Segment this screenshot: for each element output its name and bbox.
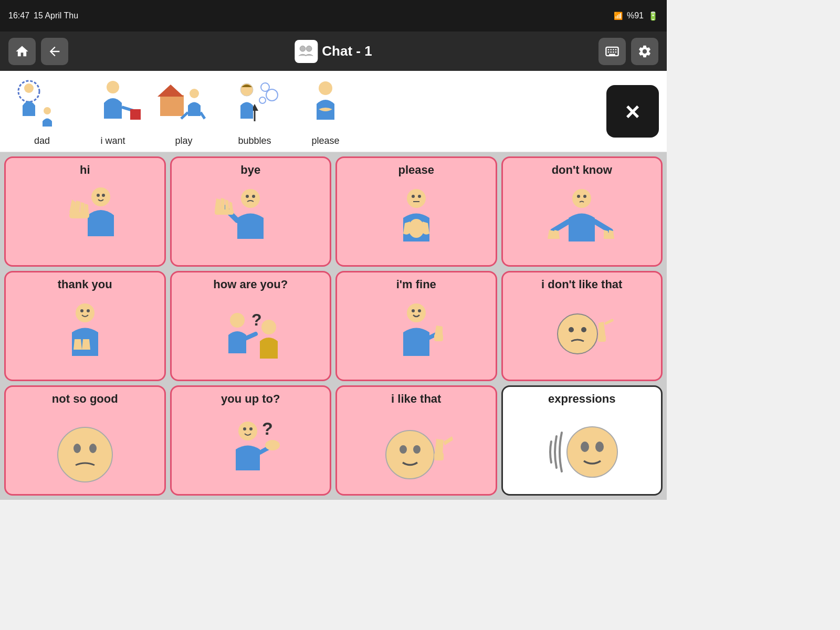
svg-line-45 [553,222,569,231]
grid-cell-dontknow[interactable]: don't know [501,156,663,267]
svg-rect-4 [611,49,612,50]
svg-point-13 [24,83,34,93]
strip-label-please: please [311,135,339,146]
svg-line-65 [606,320,612,323]
svg-point-68 [89,444,97,453]
strip-item-iwant[interactable]: i want [79,77,147,146]
svg-point-39 [407,189,426,208]
grid-cell-imfine[interactable]: i'm fine [335,271,497,381]
svg-point-38 [252,195,255,198]
cell-image-notsogood [10,409,160,490]
grid-cell-youupto[interactable]: you up to? ? [170,385,332,496]
cell-image-hi [10,180,160,261]
svg-rect-3 [608,49,609,50]
cell-image-ilikethat [341,409,491,490]
battery-display: %91 [627,11,644,20]
strip-item-play[interactable]: play [150,77,218,146]
svg-point-80 [581,442,589,452]
grid-cell-please[interactable]: please [335,156,497,267]
svg-point-66 [58,427,112,482]
svg-point-26 [259,97,266,103]
svg-rect-10 [615,51,616,52]
svg-rect-31 [69,212,89,218]
nav-right [598,38,658,65]
svg-rect-58 [434,334,443,341]
nav-bar: Chat - 1 [0,32,667,71]
svg-rect-78 [434,453,444,460]
nav-left [8,38,68,65]
svg-point-41 [412,195,415,198]
svg-rect-18 [160,95,184,116]
cell-image-dontknow [507,180,657,261]
svg-point-54 [261,320,276,334]
grid-cell-bye[interactable]: bye [170,156,332,267]
svg-point-77 [413,445,421,454]
strip-label-dad: dad [34,135,50,146]
cell-label-bye: bye [240,163,260,177]
cell-label-hi: hi [80,163,90,177]
grid-cell-howareyou[interactable]: how are you? ? [170,271,332,381]
keyboard-button[interactable] [598,38,626,65]
settings-button[interactable] [631,38,658,65]
svg-point-69 [238,422,257,440]
back-button[interactable] [41,38,68,65]
svg-line-53 [246,334,256,338]
cell-label-expressions: expressions [548,392,615,406]
svg-point-74 [249,427,253,430]
svg-rect-11 [609,54,615,55]
status-left: 16:47 15 April Thu [8,11,78,20]
svg-point-42 [418,195,421,198]
grid-cell-ilikethat[interactable]: i like that [335,385,497,496]
svg-rect-5 [613,49,614,50]
svg-marker-19 [158,85,184,97]
svg-point-61 [558,314,597,354]
svg-point-59 [412,309,415,312]
svg-point-75 [386,430,434,479]
svg-point-15 [107,81,119,93]
svg-point-1 [306,46,312,51]
svg-text:?: ? [262,418,273,438]
nav-title-text: Chat - 1 [322,43,372,59]
cell-label-idontlike: i don't like that [541,278,622,291]
svg-rect-8 [611,51,612,52]
cell-label-dontknow: don't know [552,163,612,177]
svg-rect-7 [608,51,609,52]
svg-point-30 [91,187,110,206]
cell-image-youupto: ? [176,409,326,490]
grid-cell-notsogood[interactable]: not so good [4,385,166,496]
svg-point-32 [97,194,100,197]
status-bar: 16:47 15 April Thu 📶 %91 🔋 [0,0,667,32]
svg-point-63 [581,327,586,332]
strip-item-bubbles[interactable]: bubbles [220,77,289,146]
svg-point-81 [595,442,604,452]
home-button[interactable] [8,38,36,65]
grid-cell-expressions[interactable]: expressions [501,385,663,496]
cell-label-imfine: i'm fine [396,278,436,291]
cell-image-imfine [341,295,491,375]
svg-line-46 [595,222,611,231]
symbol-strip: dad i want play [0,71,667,152]
cell-label-ilikethat: i like that [391,392,441,406]
svg-point-73 [243,427,246,430]
grid-cell-hi[interactable]: hi [4,156,166,267]
svg-rect-9 [613,51,614,52]
svg-point-37 [246,195,249,198]
cell-image-thankyou [10,295,160,375]
date-display: 15 April Thu [34,11,78,20]
svg-point-50 [80,309,83,312]
grid-cell-thankyou[interactable]: thank you [4,271,166,381]
cell-image-please [341,180,491,261]
svg-point-51 [87,309,90,312]
svg-point-52 [230,313,245,328]
strip-item-please[interactable]: please [291,77,360,146]
strip-label-iwant: i want [100,135,125,146]
svg-point-29 [319,81,332,95]
delete-button[interactable]: × [606,85,659,138]
chat-icon [295,40,318,63]
grid-cell-idontlike[interactable]: i don't like that [501,271,663,381]
svg-point-33 [102,194,105,197]
svg-point-76 [400,445,407,454]
svg-rect-17 [130,109,141,120]
strip-item-dad[interactable]: dad [8,77,76,146]
cell-image-bye [176,180,326,261]
